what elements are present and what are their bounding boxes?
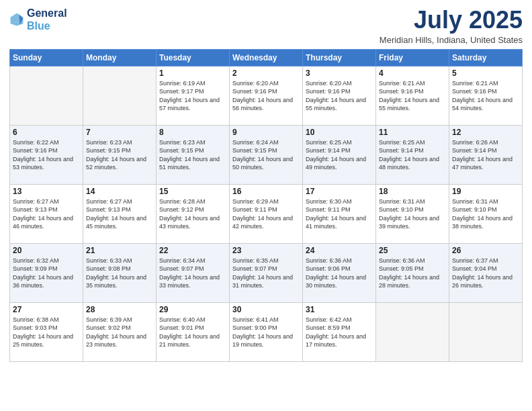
day-info: Sunrise: 6:20 AMSunset: 9:16 PMDaylight:… bbox=[232, 79, 300, 113]
calendar-cell: 21Sunrise: 6:33 AMSunset: 9:08 PMDayligh… bbox=[83, 243, 157, 302]
calendar-cell: 12Sunrise: 6:26 AMSunset: 9:14 PMDayligh… bbox=[449, 125, 523, 184]
calendar-cell: 27Sunrise: 6:38 AMSunset: 9:03 PMDayligh… bbox=[10, 302, 83, 361]
day-number: 11 bbox=[379, 128, 446, 137]
day-info: Sunrise: 6:24 AMSunset: 9:15 PMDaylight:… bbox=[232, 138, 300, 172]
day-number: 13 bbox=[13, 187, 80, 196]
day-number: 15 bbox=[159, 187, 226, 196]
calendar-cell: 10Sunrise: 6:25 AMSunset: 9:14 PMDayligh… bbox=[303, 125, 376, 184]
day-info: Sunrise: 6:27 AMSunset: 9:13 PMDaylight:… bbox=[13, 197, 80, 231]
calendar-cell: 9Sunrise: 6:24 AMSunset: 9:15 PMDaylight… bbox=[230, 125, 303, 184]
day-info: Sunrise: 6:25 AMSunset: 9:14 PMDaylight:… bbox=[379, 138, 446, 172]
weekday-header: Thursday bbox=[303, 49, 376, 66]
day-number: 28 bbox=[86, 305, 153, 314]
calendar-cell: 23Sunrise: 6:35 AMSunset: 9:07 PMDayligh… bbox=[230, 243, 303, 302]
calendar-cell: 1Sunrise: 6:19 AMSunset: 9:17 PMDaylight… bbox=[157, 66, 230, 125]
day-number: 17 bbox=[306, 187, 373, 196]
day-number: 23 bbox=[232, 246, 300, 255]
calendar-week-row: 27Sunrise: 6:38 AMSunset: 9:03 PMDayligh… bbox=[10, 302, 523, 361]
day-info: Sunrise: 6:37 AMSunset: 9:04 PMDaylight:… bbox=[452, 257, 519, 290]
calendar-week-row: 6Sunrise: 6:22 AMSunset: 9:16 PMDaylight… bbox=[10, 125, 523, 184]
calendar-cell bbox=[449, 302, 523, 361]
day-info: Sunrise: 6:31 AMSunset: 9:10 PMDaylight:… bbox=[452, 197, 519, 231]
day-info: Sunrise: 6:34 AMSunset: 9:07 PMDaylight:… bbox=[159, 257, 226, 290]
calendar-cell: 11Sunrise: 6:25 AMSunset: 9:14 PMDayligh… bbox=[376, 125, 449, 184]
calendar-cell: 26Sunrise: 6:37 AMSunset: 9:04 PMDayligh… bbox=[449, 243, 523, 302]
day-info: Sunrise: 6:36 AMSunset: 9:06 PMDaylight:… bbox=[306, 257, 373, 290]
calendar-cell: 4Sunrise: 6:21 AMSunset: 9:16 PMDaylight… bbox=[376, 66, 449, 125]
day-number: 30 bbox=[232, 305, 300, 314]
calendar-cell: 17Sunrise: 6:30 AMSunset: 9:11 PMDayligh… bbox=[303, 184, 376, 243]
day-number: 14 bbox=[86, 187, 153, 196]
calendar-cell: 25Sunrise: 6:36 AMSunset: 9:05 PMDayligh… bbox=[376, 243, 449, 302]
day-info: Sunrise: 6:30 AMSunset: 9:11 PMDaylight:… bbox=[306, 197, 373, 231]
day-info: Sunrise: 6:19 AMSunset: 9:17 PMDaylight:… bbox=[159, 79, 226, 113]
logo: General Blue bbox=[9, 7, 67, 32]
day-info: Sunrise: 6:36 AMSunset: 9:05 PMDaylight:… bbox=[379, 257, 446, 290]
day-info: Sunrise: 6:41 AMSunset: 9:00 PMDaylight:… bbox=[232, 316, 300, 349]
day-number: 22 bbox=[159, 246, 226, 255]
location: Meridian Hills, Indiana, United States bbox=[380, 35, 523, 45]
calendar-cell: 24Sunrise: 6:36 AMSunset: 9:06 PMDayligh… bbox=[303, 243, 376, 302]
day-number: 4 bbox=[379, 68, 446, 78]
weekday-header-row: SundayMondayTuesdayWednesdayThursdayFrid… bbox=[10, 49, 523, 66]
weekday-header: Wednesday bbox=[230, 49, 303, 66]
weekday-header: Monday bbox=[83, 49, 157, 66]
day-info: Sunrise: 6:20 AMSunset: 9:16 PMDaylight:… bbox=[306, 79, 373, 113]
day-info: Sunrise: 6:26 AMSunset: 9:14 PMDaylight:… bbox=[452, 138, 519, 172]
weekday-header: Friday bbox=[376, 49, 449, 66]
day-number: 19 bbox=[452, 187, 519, 196]
calendar-cell: 13Sunrise: 6:27 AMSunset: 9:13 PMDayligh… bbox=[10, 184, 83, 243]
calendar-week-row: 1Sunrise: 6:19 AMSunset: 9:17 PMDaylight… bbox=[10, 66, 523, 125]
day-number: 2 bbox=[232, 68, 300, 78]
day-number: 8 bbox=[159, 128, 226, 137]
day-info: Sunrise: 6:32 AMSunset: 9:09 PMDaylight:… bbox=[13, 257, 80, 290]
calendar-cell: 15Sunrise: 6:28 AMSunset: 9:12 PMDayligh… bbox=[157, 184, 230, 243]
day-number: 12 bbox=[452, 128, 519, 137]
month-title: July 2025 bbox=[380, 7, 523, 34]
day-info: Sunrise: 6:28 AMSunset: 9:12 PMDaylight:… bbox=[159, 197, 226, 231]
weekday-header: Tuesday bbox=[157, 49, 230, 66]
calendar-cell: 3Sunrise: 6:20 AMSunset: 9:16 PMDaylight… bbox=[303, 66, 376, 125]
logo-text: General Blue bbox=[27, 7, 67, 32]
calendar-cell: 28Sunrise: 6:39 AMSunset: 9:02 PMDayligh… bbox=[83, 302, 157, 361]
calendar-week-row: 20Sunrise: 6:32 AMSunset: 9:09 PMDayligh… bbox=[10, 243, 523, 302]
day-info: Sunrise: 6:38 AMSunset: 9:03 PMDaylight:… bbox=[13, 316, 80, 349]
logo-icon bbox=[9, 12, 24, 27]
calendar-cell: 31Sunrise: 6:42 AMSunset: 8:59 PMDayligh… bbox=[303, 302, 376, 361]
calendar-cell: 2Sunrise: 6:20 AMSunset: 9:16 PMDaylight… bbox=[230, 66, 303, 125]
calendar-cell: 7Sunrise: 6:23 AMSunset: 9:15 PMDaylight… bbox=[83, 125, 157, 184]
calendar-cell: 5Sunrise: 6:21 AMSunset: 9:16 PMDaylight… bbox=[449, 66, 523, 125]
day-info: Sunrise: 6:23 AMSunset: 9:15 PMDaylight:… bbox=[159, 138, 226, 172]
day-info: Sunrise: 6:27 AMSunset: 9:13 PMDaylight:… bbox=[86, 197, 153, 231]
day-info: Sunrise: 6:22 AMSunset: 9:16 PMDaylight:… bbox=[13, 138, 80, 172]
day-number: 31 bbox=[306, 305, 373, 314]
day-info: Sunrise: 6:39 AMSunset: 9:02 PMDaylight:… bbox=[86, 316, 153, 349]
day-info: Sunrise: 6:25 AMSunset: 9:14 PMDaylight:… bbox=[306, 138, 373, 172]
calendar-cell: 18Sunrise: 6:31 AMSunset: 9:10 PMDayligh… bbox=[376, 184, 449, 243]
calendar-cell: 20Sunrise: 6:32 AMSunset: 9:09 PMDayligh… bbox=[10, 243, 83, 302]
day-info: Sunrise: 6:21 AMSunset: 9:16 PMDaylight:… bbox=[379, 79, 446, 113]
day-number: 7 bbox=[86, 128, 153, 137]
calendar-cell: 6Sunrise: 6:22 AMSunset: 9:16 PMDaylight… bbox=[10, 125, 83, 184]
calendar-week-row: 13Sunrise: 6:27 AMSunset: 9:13 PMDayligh… bbox=[10, 184, 523, 243]
day-info: Sunrise: 6:21 AMSunset: 9:16 PMDaylight:… bbox=[452, 79, 519, 113]
weekday-header: Sunday bbox=[10, 49, 83, 66]
calendar-cell: 16Sunrise: 6:29 AMSunset: 9:11 PMDayligh… bbox=[230, 184, 303, 243]
day-number: 27 bbox=[13, 305, 80, 314]
day-info: Sunrise: 6:33 AMSunset: 9:08 PMDaylight:… bbox=[86, 257, 153, 290]
day-number: 16 bbox=[232, 187, 300, 196]
day-number: 20 bbox=[13, 246, 80, 255]
day-number: 21 bbox=[86, 246, 153, 255]
day-number: 24 bbox=[306, 246, 373, 255]
page: General Blue July 2025 Meridian Hills, I… bbox=[0, 0, 532, 411]
day-number: 1 bbox=[159, 68, 226, 78]
day-number: 25 bbox=[379, 246, 446, 255]
day-info: Sunrise: 6:42 AMSunset: 8:59 PMDaylight:… bbox=[306, 316, 373, 349]
day-number: 3 bbox=[306, 68, 373, 78]
calendar-cell bbox=[10, 66, 83, 125]
calendar: SundayMondayTuesdayWednesdayThursdayFrid… bbox=[9, 49, 523, 362]
calendar-cell: 22Sunrise: 6:34 AMSunset: 9:07 PMDayligh… bbox=[157, 243, 230, 302]
day-info: Sunrise: 6:31 AMSunset: 9:10 PMDaylight:… bbox=[379, 197, 446, 231]
day-number: 9 bbox=[232, 128, 300, 137]
day-info: Sunrise: 6:40 AMSunset: 9:01 PMDaylight:… bbox=[159, 316, 226, 349]
